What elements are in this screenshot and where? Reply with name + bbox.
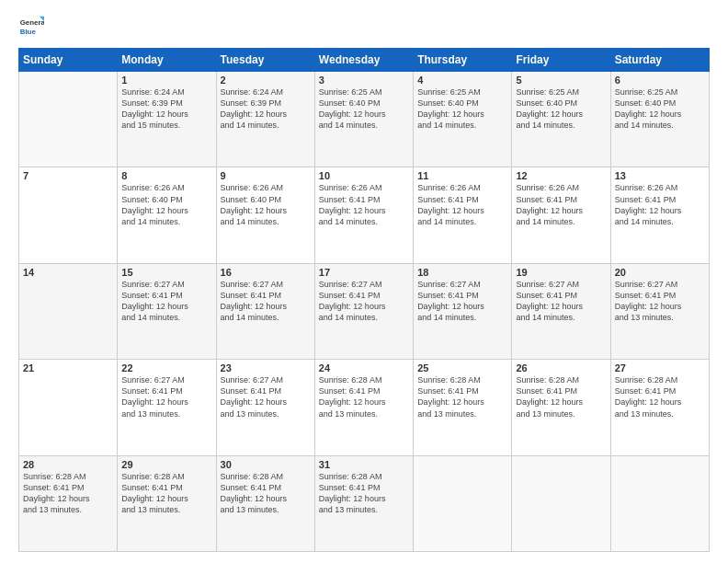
- header: General Blue: [18, 15, 710, 40]
- day-info: Sunrise: 6:27 AM Sunset: 6:41 PM Dayligh…: [516, 279, 606, 324]
- day-number: 12: [516, 170, 606, 181]
- calendar-cell: 4Sunrise: 6:25 AM Sunset: 6:40 PM Daylig…: [414, 72, 512, 167]
- day-info: Sunrise: 6:26 AM Sunset: 6:41 PM Dayligh…: [516, 182, 606, 227]
- day-info: Sunrise: 6:28 AM Sunset: 6:41 PM Dayligh…: [221, 471, 311, 516]
- day-number: 6: [615, 75, 705, 86]
- week-row-1: 1Sunrise: 6:24 AM Sunset: 6:39 PM Daylig…: [19, 72, 710, 167]
- calendar-cell: 11Sunrise: 6:26 AM Sunset: 6:41 PM Dayli…: [414, 167, 512, 263]
- day-number: 27: [615, 362, 705, 373]
- calendar-cell: 20Sunrise: 6:27 AM Sunset: 6:41 PM Dayli…: [610, 263, 709, 359]
- calendar-cell: 28Sunrise: 6:28 AM Sunset: 6:41 PM Dayli…: [19, 455, 118, 551]
- day-info: Sunrise: 6:26 AM Sunset: 6:41 PM Dayligh…: [615, 182, 705, 227]
- day-info: Sunrise: 6:26 AM Sunset: 6:41 PM Dayligh…: [319, 182, 409, 227]
- day-info: Sunrise: 6:27 AM Sunset: 6:41 PM Dayligh…: [121, 374, 211, 419]
- page: General Blue SundayMondayTuesdayWednesda…: [0, 0, 728, 563]
- day-number: 22: [121, 362, 211, 373]
- calendar-cell: 8Sunrise: 6:26 AM Sunset: 6:40 PM Daylig…: [118, 167, 216, 263]
- logo-icon: General Blue: [18, 15, 44, 40]
- weekday-header-thursday: Thursday: [414, 49, 512, 72]
- calendar-cell: 3Sunrise: 6:25 AM Sunset: 6:40 PM Daylig…: [314, 72, 413, 167]
- week-row-3: 1415Sunrise: 6:27 AM Sunset: 6:41 PM Day…: [19, 263, 710, 359]
- day-info: Sunrise: 6:27 AM Sunset: 6:41 PM Dayligh…: [417, 279, 507, 324]
- day-info: Sunrise: 6:27 AM Sunset: 6:41 PM Dayligh…: [221, 279, 311, 324]
- calendar-cell: 10Sunrise: 6:26 AM Sunset: 6:41 PM Dayli…: [314, 167, 413, 263]
- weekday-header-friday: Friday: [512, 49, 610, 72]
- calendar-cell: [610, 455, 709, 551]
- day-info: Sunrise: 6:26 AM Sunset: 6:41 PM Dayligh…: [417, 182, 507, 227]
- calendar-cell: 23Sunrise: 6:27 AM Sunset: 6:41 PM Dayli…: [216, 360, 314, 455]
- day-number: 1: [121, 75, 211, 86]
- day-number: 26: [516, 362, 606, 373]
- day-number: 20: [615, 267, 705, 278]
- day-info: Sunrise: 6:25 AM Sunset: 6:40 PM Dayligh…: [615, 86, 705, 132]
- day-number: 24: [319, 362, 409, 373]
- day-number: 31: [319, 459, 409, 470]
- day-info: Sunrise: 6:24 AM Sunset: 6:39 PM Dayligh…: [221, 86, 311, 132]
- day-number: 21: [23, 362, 113, 373]
- day-number: 23: [221, 362, 311, 373]
- calendar-cell: [512, 455, 610, 551]
- day-number: 15: [121, 267, 211, 278]
- calendar-cell: 29Sunrise: 6:28 AM Sunset: 6:41 PM Dayli…: [118, 455, 216, 551]
- weekday-header-sunday: Sunday: [19, 49, 118, 72]
- calendar-cell: 18Sunrise: 6:27 AM Sunset: 6:41 PM Dayli…: [414, 263, 512, 359]
- day-info: Sunrise: 6:24 AM Sunset: 6:39 PM Dayligh…: [121, 86, 211, 132]
- day-number: 11: [417, 170, 507, 181]
- calendar-cell: [414, 455, 512, 551]
- calendar-cell: 15Sunrise: 6:27 AM Sunset: 6:41 PM Dayli…: [118, 263, 216, 359]
- day-info: Sunrise: 6:25 AM Sunset: 6:40 PM Dayligh…: [319, 86, 409, 132]
- weekday-header-row: SundayMondayTuesdayWednesdayThursdayFrid…: [19, 49, 710, 72]
- day-info: Sunrise: 6:28 AM Sunset: 6:41 PM Dayligh…: [319, 374, 409, 419]
- day-number: 30: [221, 459, 311, 470]
- day-number: 28: [23, 459, 113, 470]
- calendar-cell: 7: [19, 167, 118, 263]
- calendar-cell: 25Sunrise: 6:28 AM Sunset: 6:41 PM Dayli…: [414, 360, 512, 455]
- day-info: Sunrise: 6:28 AM Sunset: 6:41 PM Dayligh…: [615, 374, 705, 419]
- calendar-table: SundayMondayTuesdayWednesdayThursdayFrid…: [18, 48, 710, 552]
- calendar-cell: 17Sunrise: 6:27 AM Sunset: 6:41 PM Dayli…: [314, 263, 413, 359]
- calendar-cell: 1Sunrise: 6:24 AM Sunset: 6:39 PM Daylig…: [118, 72, 216, 167]
- calendar-cell: 30Sunrise: 6:28 AM Sunset: 6:41 PM Dayli…: [216, 455, 314, 551]
- calendar-cell: 12Sunrise: 6:26 AM Sunset: 6:41 PM Dayli…: [512, 167, 610, 263]
- day-info: Sunrise: 6:28 AM Sunset: 6:41 PM Dayligh…: [417, 374, 507, 419]
- calendar-cell: 31Sunrise: 6:28 AM Sunset: 6:41 PM Dayli…: [314, 455, 413, 551]
- weekday-header-tuesday: Tuesday: [216, 49, 314, 72]
- weekday-header-saturday: Saturday: [610, 49, 709, 72]
- calendar-cell: 9Sunrise: 6:26 AM Sunset: 6:40 PM Daylig…: [216, 167, 314, 263]
- day-number: 5: [516, 75, 606, 86]
- calendar-cell: 13Sunrise: 6:26 AM Sunset: 6:41 PM Dayli…: [610, 167, 709, 263]
- day-number: 3: [319, 75, 409, 86]
- svg-text:General: General: [20, 18, 44, 27]
- day-info: Sunrise: 6:25 AM Sunset: 6:40 PM Dayligh…: [516, 86, 606, 132]
- day-number: 14: [23, 267, 113, 278]
- day-number: 25: [417, 362, 507, 373]
- day-number: 29: [121, 459, 211, 470]
- day-number: 13: [615, 170, 705, 181]
- calendar-cell: 22Sunrise: 6:27 AM Sunset: 6:41 PM Dayli…: [118, 360, 216, 455]
- day-info: Sunrise: 6:27 AM Sunset: 6:41 PM Dayligh…: [319, 279, 409, 324]
- day-info: Sunrise: 6:26 AM Sunset: 6:40 PM Dayligh…: [121, 182, 211, 227]
- svg-text:Blue: Blue: [20, 28, 37, 36]
- week-row-2: 78Sunrise: 6:26 AM Sunset: 6:40 PM Dayli…: [19, 167, 710, 263]
- day-number: 9: [221, 170, 311, 181]
- day-number: 7: [23, 170, 113, 181]
- day-number: 4: [417, 75, 507, 86]
- calendar-cell: 21: [19, 360, 118, 455]
- week-row-5: 28Sunrise: 6:28 AM Sunset: 6:41 PM Dayli…: [19, 455, 710, 551]
- day-number: 8: [121, 170, 211, 181]
- day-number: 2: [221, 75, 311, 86]
- calendar-cell: 5Sunrise: 6:25 AM Sunset: 6:40 PM Daylig…: [512, 72, 610, 167]
- day-info: Sunrise: 6:27 AM Sunset: 6:41 PM Dayligh…: [615, 279, 705, 324]
- calendar-cell: 19Sunrise: 6:27 AM Sunset: 6:41 PM Dayli…: [512, 263, 610, 359]
- calendar-cell: [19, 72, 118, 167]
- day-number: 16: [221, 267, 311, 278]
- day-info: Sunrise: 6:25 AM Sunset: 6:40 PM Dayligh…: [417, 86, 507, 132]
- day-number: 18: [417, 267, 507, 278]
- calendar-cell: 26Sunrise: 6:28 AM Sunset: 6:41 PM Dayli…: [512, 360, 610, 455]
- calendar-cell: 27Sunrise: 6:28 AM Sunset: 6:41 PM Dayli…: [610, 360, 709, 455]
- calendar-cell: 2Sunrise: 6:24 AM Sunset: 6:39 PM Daylig…: [216, 72, 314, 167]
- day-info: Sunrise: 6:26 AM Sunset: 6:40 PM Dayligh…: [221, 182, 311, 227]
- day-number: 17: [319, 267, 409, 278]
- weekday-header-monday: Monday: [118, 49, 216, 72]
- calendar-cell: 16Sunrise: 6:27 AM Sunset: 6:41 PM Dayli…: [216, 263, 314, 359]
